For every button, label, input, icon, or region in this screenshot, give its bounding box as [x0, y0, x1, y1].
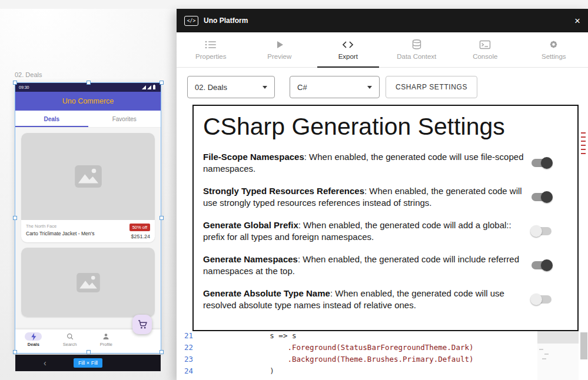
search-icon	[61, 332, 79, 341]
code-line: 24 )	[177, 365, 579, 376]
tab-label: Settings	[542, 53, 566, 60]
setting-name: File-Scope Namespaces	[203, 152, 304, 162]
toggle-strongly-typed-resources[interactable]	[530, 191, 553, 203]
nav-label: Profile	[100, 342, 112, 347]
tab-indicator	[15, 126, 88, 127]
product-card[interactable]	[21, 248, 155, 317]
language-select[interactable]: C#	[290, 76, 380, 98]
toggle-thumb	[541, 259, 553, 271]
close-icon[interactable]: ×	[574, 16, 580, 26]
minimap-mark	[581, 153, 586, 154]
toggle-thumb	[530, 225, 542, 237]
app-bar-title: Uno Commerce	[62, 97, 114, 105]
tab-properties[interactable]: Properties	[177, 32, 245, 67]
line-number: 21	[177, 331, 204, 340]
nav-label: Search	[63, 342, 77, 347]
product-brand: The North Face	[26, 224, 94, 229]
tab-export[interactable]: Export	[314, 32, 383, 67]
tab-preview[interactable]: Preview	[245, 32, 314, 67]
back-chevron-icon[interactable]: ‹	[44, 359, 46, 367]
phone-content: The North Face Carto Triclimate Jacket -…	[15, 128, 161, 329]
canvas-top-strip	[0, 0, 588, 9]
setting-text: Generate Namespaces: When enabled, the g…	[203, 254, 530, 277]
code-editor[interactable]: 21 s => s 22 .Foreground(StatusBarForegr…	[177, 329, 579, 380]
tab-label: Properties	[195, 53, 226, 60]
phone-tab-bar: Deals Favorites	[15, 111, 161, 128]
nav-item-profile[interactable]: Profile	[88, 329, 125, 353]
code-text: .Background(Theme.Brushes.Primary.Defaul…	[204, 355, 474, 364]
dialog-title: CSharp Generation Settings	[203, 113, 568, 141]
database-icon	[411, 39, 422, 49]
artboard-label[interactable]: 02. Deals	[15, 71, 42, 78]
chevron-down-icon	[367, 86, 372, 89]
tab-label: Console	[473, 53, 497, 60]
toggle-file-scope-namespaces[interactable]	[530, 157, 553, 169]
toggle-wrap	[530, 294, 553, 305]
profile-icon	[97, 332, 115, 341]
language-select-value: C#	[297, 83, 307, 92]
panel-tab-bar: Properties Preview Export	[177, 32, 588, 68]
tab-label: Preview	[267, 53, 291, 60]
line-number: 23	[177, 355, 204, 364]
phone-tab-deals[interactable]: Deals	[15, 111, 88, 127]
line-number: 25	[177, 378, 204, 380]
code-text: .Foreground(StatusBarForegroundTheme.Dar…	[204, 343, 474, 352]
csharp-settings-dialog: CSharp Generation Settings File-Scope Na…	[192, 105, 579, 331]
setting-text: Strongly Typed Resources References: Whe…	[203, 185, 530, 209]
phone-tab-favorites[interactable]: Favorites	[88, 111, 161, 127]
artboard-phone-preview[interactable]: 09:30 Uno Commerce Deals Favorites	[15, 83, 161, 353]
lightning-icon	[25, 332, 42, 341]
toggle-thumb	[530, 294, 542, 305]
image-placeholder-icon	[77, 273, 100, 292]
tab-data-context[interactable]: Data Context	[383, 32, 451, 67]
toggle-generate-absolute-type-name[interactable]	[530, 294, 553, 305]
code-line: 21 s => s	[177, 329, 579, 341]
image-placeholder-icon	[75, 165, 102, 188]
editor-minimap-strip	[579, 105, 588, 331]
status-time: 09:30	[19, 85, 29, 89]
status-icons	[142, 85, 157, 90]
gear-icon	[549, 39, 559, 49]
setting-row: File-Scope Namespaces: When enabled, the…	[203, 151, 568, 175]
setting-row: Strongly Typed Resources References: Whe…	[203, 185, 568, 209]
tab-settings[interactable]: Settings	[520, 32, 588, 67]
panel-header: </> Uno Platform ×	[177, 9, 588, 32]
code-text: )	[204, 366, 274, 375]
cart-fab[interactable]	[132, 315, 152, 334]
setting-row: Generate Global Prefix: When enabled, th…	[203, 219, 568, 243]
line-number: 22	[177, 343, 204, 352]
uno-platform-panel: </> Uno Platform × Properties Preview	[177, 9, 588, 380]
play-icon	[275, 40, 284, 49]
toggle-wrap	[530, 259, 553, 271]
toggle-generate-namespaces[interactable]	[530, 259, 553, 271]
tab-console[interactable]: Console	[451, 32, 520, 67]
toggle-generate-global-prefix[interactable]	[530, 225, 553, 237]
setting-text: File-Scope Namespaces: When enabled, the…	[203, 151, 530, 175]
nav-item-deals[interactable]: Deals	[15, 329, 52, 353]
code-line: 25 Resources	[177, 376, 579, 380]
minimap-mark	[544, 354, 549, 355]
tab-label: Data Context	[397, 53, 436, 60]
code-text: Resources	[204, 378, 314, 380]
setting-name: Generate Absolute Type Name	[203, 288, 330, 298]
toggle-wrap	[530, 157, 553, 169]
scrollbar-thumb[interactable]	[580, 332, 587, 359]
page-select[interactable]: 02. Deals	[187, 76, 275, 98]
list-icon	[205, 40, 217, 49]
minimap-mark	[581, 149, 586, 150]
size-badge[interactable]: Fill × Fill	[74, 358, 102, 368]
editor-minimap[interactable]	[537, 331, 579, 380]
product-image-placeholder	[21, 133, 155, 220]
minimap-slider[interactable]	[537, 331, 579, 344]
setting-text: Generate Global Prefix: When enabled, th…	[203, 219, 530, 243]
artboard-frame-bar: ‹ Fill × Fill	[15, 355, 161, 371]
toggle-wrap	[530, 225, 553, 237]
nav-item-search[interactable]: Search	[52, 329, 88, 353]
product-card[interactable]: The North Face Carto Triclimate Jacket -…	[21, 133, 155, 242]
product-text: The North Face Carto Triclimate Jacket -…	[26, 224, 94, 239]
toggle-thumb	[541, 157, 553, 169]
cart-icon	[138, 320, 147, 329]
csharp-settings-button[interactable]: CSHARP SETTINGS	[386, 76, 477, 98]
chevron-down-icon	[263, 86, 267, 89]
minimap-mark	[539, 349, 543, 350]
